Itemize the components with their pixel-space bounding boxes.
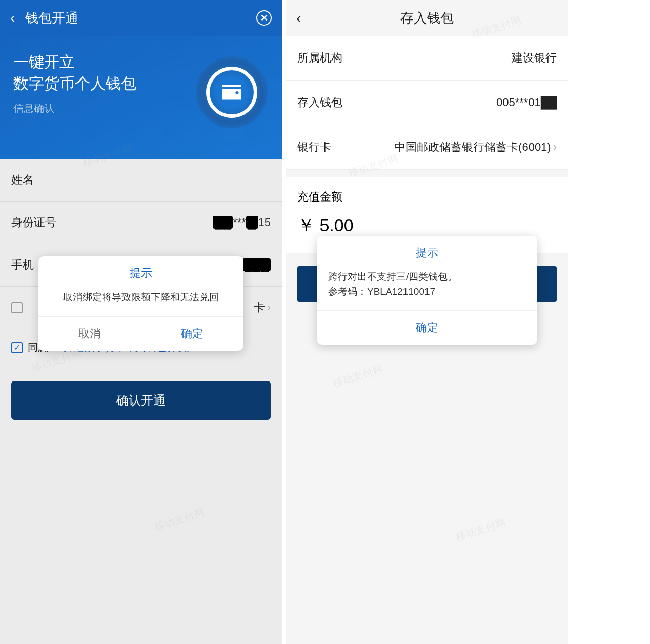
modal-body: 取消绑定将导致限额下降和无法兑回 xyxy=(38,283,243,316)
close-icon[interactable]: ✕ xyxy=(256,10,272,26)
screen-deposit-wallet: ‹ 存入钱包 所属机构 建设银行 存入钱包 005***01██ 银行卡 中国邮… xyxy=(286,0,568,644)
id-value: ██***█15 xyxy=(213,216,271,229)
screen-wallet-open: ‹ 钱包开通 ✕ 一键开立 数字货币个人钱包 信息确认 姓名 身份证号 ██**… xyxy=(0,0,282,644)
checkbox-checked-icon[interactable]: ✓ xyxy=(11,342,23,353)
modal-title: 提示 xyxy=(317,236,537,263)
row-wallet[interactable]: 存入钱包 005***01██ xyxy=(286,80,568,125)
checkbox-icon[interactable] xyxy=(11,302,23,313)
field-name[interactable]: 姓名 xyxy=(0,159,282,202)
amount-label: 充值金额 xyxy=(286,177,568,209)
wallet-icon xyxy=(196,56,268,128)
header: ‹ 存入钱包 xyxy=(286,0,568,36)
watermark: 移动支付网 xyxy=(454,515,507,545)
wallet-number: 005***01██ xyxy=(496,96,557,109)
back-icon[interactable]: ‹ xyxy=(296,9,301,27)
page-title: 存入钱包 xyxy=(400,9,454,27)
modal-unbind-warning: 提示 取消绑定将导致限额下降和无法兑回 取消 确定 xyxy=(38,256,243,351)
confirm-open-button[interactable]: 确认开通 xyxy=(11,381,271,420)
page-title: 钱包开通 xyxy=(25,9,78,27)
modal-body: 跨行对出不支持三/四类钱包。 参考码：YBLA12110017 xyxy=(317,263,537,310)
header: ‹ 钱包开通 ✕ xyxy=(0,0,282,36)
watermark: 移动支付网 xyxy=(153,505,206,534)
row-bank-card[interactable]: 银行卡 中国邮政储蓄银行储蓄卡(6001)› xyxy=(286,125,568,170)
ok-button[interactable]: 确定 xyxy=(317,311,537,345)
cancel-button[interactable]: 取消 xyxy=(38,317,141,351)
back-icon[interactable]: ‹ xyxy=(10,10,15,26)
modal-title: 提示 xyxy=(38,256,243,283)
chevron-right-icon: › xyxy=(553,140,557,153)
modal-error: 提示 跨行对出不支持三/四类钱包。 参考码：YBLA12110017 确定 xyxy=(317,236,537,345)
ok-button[interactable]: 确定 xyxy=(141,317,244,351)
watermark: 移动支付网 xyxy=(331,361,384,391)
info-list: 所属机构 建设银行 存入钱包 005***01██ 银行卡 中国邮政储蓄银行储蓄… xyxy=(286,36,568,170)
hero-banner: 一键开立 数字货币个人钱包 信息确认 xyxy=(0,36,282,159)
row-institution[interactable]: 所属机构 建设银行 xyxy=(286,36,568,80)
chevron-right-icon: › xyxy=(267,301,271,314)
field-id-number[interactable]: 身份证号 ██***█15 xyxy=(0,202,282,244)
